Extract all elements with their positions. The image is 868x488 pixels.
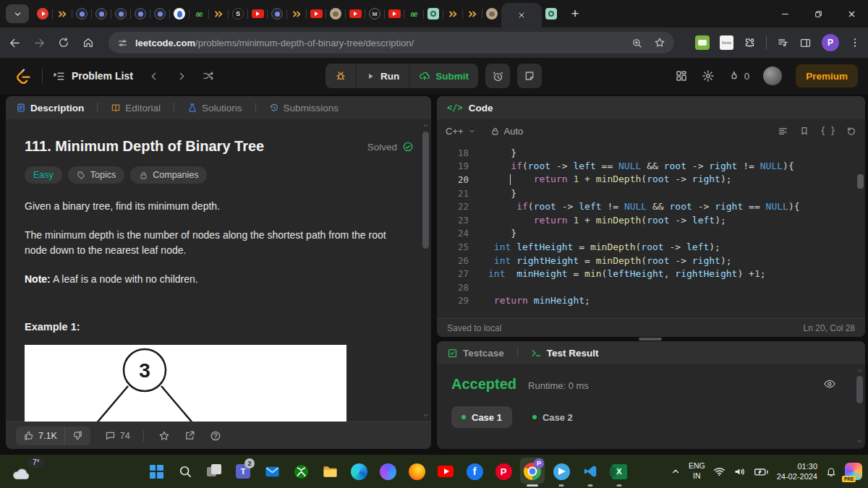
site-settings-icon[interactable] xyxy=(117,38,128,48)
pinned-tab-ae-icon[interactable]: ae xyxy=(190,0,208,27)
restore-button[interactable] xyxy=(801,0,835,27)
tab-testcase[interactable]: Testcase xyxy=(447,348,504,359)
braces-icon[interactable]: { } xyxy=(820,126,835,136)
format-icon[interactable] xyxy=(778,126,788,137)
comments-button[interactable]: 74 xyxy=(105,430,130,441)
browser-profile-avatar[interactable]: P xyxy=(822,34,839,51)
pinned-tab-flame-icon[interactable] xyxy=(170,0,189,27)
dislike-button[interactable] xyxy=(65,427,90,445)
tab-description[interactable]: Description xyxy=(16,103,84,114)
pinned-tab-dim-icon[interactable] xyxy=(92,0,111,27)
like-button[interactable]: 7.1K xyxy=(16,427,64,445)
pinned-tab-dim-icon[interactable] xyxy=(268,0,286,27)
pinned-tab-dim-icon[interactable] xyxy=(150,0,169,27)
premium-button[interactable]: Premium xyxy=(796,64,858,87)
tab-submissions[interactable]: Submissions xyxy=(269,103,339,114)
random-problem-button[interactable] xyxy=(203,70,214,82)
pinned-tab-dim-icon[interactable] xyxy=(72,0,91,27)
pinned-tab-monkey-icon[interactable] xyxy=(326,0,345,27)
weather-widget[interactable]: 7° xyxy=(7,456,58,487)
pinned-tab-m-icon[interactable]: M xyxy=(365,0,384,27)
pinned-tab-yt-icon[interactable] xyxy=(307,0,326,27)
wifi-icon[interactable] xyxy=(713,466,726,478)
tab-solutions[interactable]: Solutions xyxy=(187,103,242,114)
code-line-25[interactable]: 25 int leftHeight = minDepth(root -> lef… xyxy=(437,240,865,254)
side-panel-icon[interactable] xyxy=(799,37,812,49)
taskbar-xbox-icon[interactable] xyxy=(286,455,315,488)
taskbar-pinterest-icon[interactable]: P xyxy=(489,455,518,488)
pinned-tab-gpt-icon[interactable] xyxy=(542,0,561,27)
taskbar-chrome-icon[interactable]: P xyxy=(518,455,547,488)
pinned-tab-arrows-icon[interactable] xyxy=(443,0,462,27)
taskbar-firefox-icon[interactable] xyxy=(402,455,431,488)
extensions-puzzle-icon[interactable] xyxy=(744,37,756,49)
pinned-tab-arrows-icon[interactable] xyxy=(209,0,228,27)
pinned-tab-arrows-icon[interactable] xyxy=(463,0,482,27)
taskbar-facebook-icon[interactable]: f xyxy=(460,455,489,488)
fonts-extension-icon[interactable]: fonts xyxy=(720,35,733,50)
pinned-tab-arrows-icon[interactable] xyxy=(53,0,72,27)
description-scrollbar[interactable] xyxy=(422,122,429,419)
taskbar-youtube-icon[interactable] xyxy=(431,455,460,488)
submit-button[interactable]: Submit xyxy=(409,64,478,88)
code-line-29[interactable]: 29 return minHeight; xyxy=(437,294,865,308)
pinned-tab-ytm-icon[interactable] xyxy=(33,0,52,27)
taskbar-edge-icon[interactable] xyxy=(344,455,373,488)
taskbar-vscode-icon[interactable] xyxy=(576,455,605,488)
notifications-bell-icon[interactable] xyxy=(825,466,837,477)
close-window-button[interactable] xyxy=(835,0,868,27)
eye-icon[interactable] xyxy=(823,377,836,390)
code-editor[interactable]: 18 }19 if(root -> left == NULL && root -… xyxy=(437,142,865,318)
scroll-up-icon[interactable] xyxy=(422,122,429,129)
run-button[interactable]: Run xyxy=(357,64,409,88)
language-indicator[interactable]: ENGIN xyxy=(689,461,705,481)
pinned-tab-dim-icon[interactable] xyxy=(131,0,150,27)
taskbar-taskview-icon[interactable] xyxy=(200,455,229,488)
clock[interactable]: 01:3024-02-2024 xyxy=(777,461,817,482)
taskbar-start-icon[interactable] xyxy=(142,455,171,488)
testcase-scrollbar[interactable] xyxy=(856,367,863,445)
panel-resize-handle[interactable] xyxy=(639,338,662,341)
layout-grid-icon[interactable] xyxy=(675,69,688,82)
taskbar-copilot-icon[interactable] xyxy=(373,455,402,488)
reload-button[interactable] xyxy=(54,33,74,53)
code-line-22[interactable]: 22 if(root -> left != NULL && root -> ri… xyxy=(437,200,865,213)
tab-editorial[interactable]: Editorial xyxy=(111,103,161,114)
taskbar-mail-icon[interactable] xyxy=(258,455,286,488)
scroll-down-icon[interactable] xyxy=(422,412,429,419)
topics-badge[interactable]: Topics xyxy=(68,166,124,184)
back-button[interactable] xyxy=(4,33,25,53)
problem-list-link[interactable]: Problem List xyxy=(53,70,133,82)
reset-code-icon[interactable] xyxy=(846,126,856,136)
forward-button[interactable] xyxy=(29,33,49,53)
next-problem-button[interactable] xyxy=(176,71,187,82)
companies-badge[interactable]: Companies xyxy=(130,166,207,184)
copilot-icon[interactable]: PRE xyxy=(845,463,862,480)
tab-search-button[interactable] xyxy=(6,4,29,23)
bookmark-icon[interactable] xyxy=(799,126,809,136)
volume-icon[interactable] xyxy=(733,466,746,478)
difficulty-badge[interactable]: Easy xyxy=(25,166,62,184)
pinned-tab-yt-icon[interactable] xyxy=(385,0,404,27)
pinned-tab-globe-icon[interactable]: S xyxy=(229,0,247,27)
leetcode-logo[interactable] xyxy=(16,67,32,85)
new-tab-button[interactable]: + xyxy=(565,4,585,24)
language-selector[interactable]: C++ xyxy=(446,126,464,137)
code-line-28[interactable]: 28 xyxy=(437,281,865,294)
pinned-tab-dim-icon[interactable] xyxy=(111,0,130,27)
close-icon[interactable] xyxy=(517,11,526,20)
home-button[interactable] xyxy=(78,33,98,53)
active-tab[interactable] xyxy=(501,3,542,27)
reading-list-icon[interactable] xyxy=(777,37,789,49)
settings-gear-icon[interactable] xyxy=(702,69,715,82)
taskbar-teams-icon[interactable]: T2 xyxy=(229,455,258,488)
user-avatar[interactable] xyxy=(763,67,782,85)
editor-scrollbar-thumb[interactable] xyxy=(857,174,864,189)
pinned-tab-yt-icon[interactable] xyxy=(346,0,365,27)
scroll-down-icon[interactable] xyxy=(856,438,863,445)
bookmark-star-icon[interactable] xyxy=(654,37,665,48)
minimize-button[interactable] xyxy=(768,0,801,27)
share-button[interactable] xyxy=(184,430,195,441)
case-2-button[interactable]: Case 2 xyxy=(522,406,583,428)
code-line-23[interactable]: 23 return 1 + minDepth(root -> left); xyxy=(437,213,865,227)
